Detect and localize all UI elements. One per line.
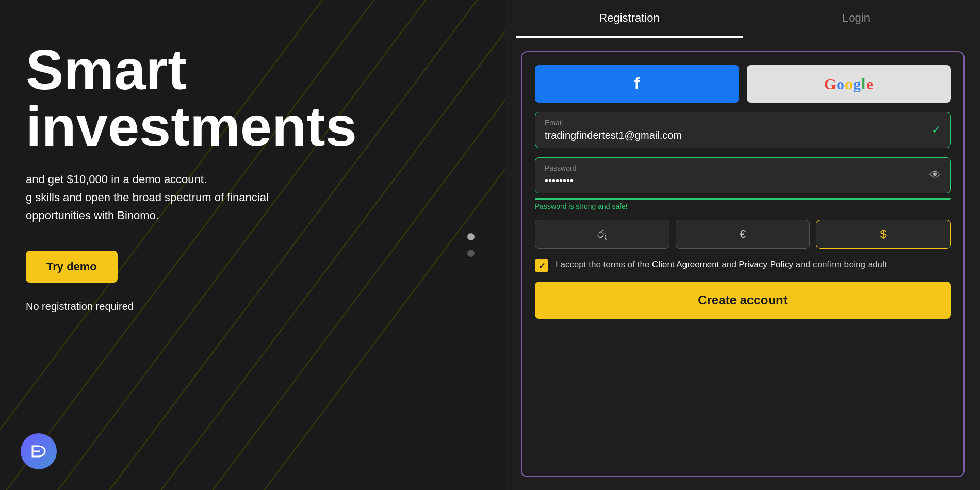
- password-strength: Password is strong and safe!: [535, 198, 951, 210]
- checkbox-check-icon: ✓: [538, 261, 545, 271]
- social-buttons-row: f Google: [535, 65, 951, 103]
- email-value: tradingfindertest1@gmail.com: [545, 129, 682, 141]
- hero-title-line1: Smart: [26, 41, 480, 98]
- google-button[interactable]: Google: [747, 65, 951, 103]
- create-account-button[interactable]: Create account: [535, 282, 951, 319]
- terms-checkbox[interactable]: ✓: [535, 259, 548, 272]
- google-icon: Google: [824, 75, 873, 93]
- logo-icon: [21, 433, 57, 469]
- currency-usd-button[interactable]: $: [816, 220, 951, 249]
- hero-title-line2: investments: [26, 98, 480, 155]
- try-demo-button[interactable]: Try demo: [26, 251, 118, 283]
- left-panel: Smart investments and get $10,000 in a d…: [0, 0, 505, 490]
- strength-text: Password is strong and safe!: [535, 202, 951, 210]
- registration-form-box: f Google Email tradingfindertest1@gmail.…: [521, 51, 965, 477]
- hero-subtitle: and get $10,000 in a demo account. g ski…: [26, 170, 325, 225]
- password-label: Password: [545, 164, 941, 172]
- client-agreement-link[interactable]: Client Agreement: [652, 259, 719, 269]
- privacy-policy-link[interactable]: Privacy Policy: [739, 259, 793, 269]
- password-toggle-icon[interactable]: 👁: [929, 169, 941, 182]
- tab-registration[interactable]: Registration: [516, 0, 743, 38]
- strength-bar: [535, 198, 951, 200]
- password-value: ••••••••: [545, 175, 574, 186]
- dot-2[interactable]: [467, 250, 475, 257]
- hero-content: Smart investments and get $10,000 in a d…: [0, 0, 505, 338]
- terms-text-1: I accept the terms of the: [556, 259, 652, 269]
- no-registration-text: No registration required: [26, 301, 480, 313]
- hero-subtitle-line1: and get $10,000 in a demo account.: [26, 170, 325, 188]
- tabs-row: Registration Login: [505, 0, 980, 38]
- dot-1[interactable]: [467, 233, 475, 240]
- facebook-button[interactable]: f: [535, 65, 739, 103]
- form-container: f Google Email tradingfindertest1@gmail.…: [505, 38, 980, 490]
- hero-subtitle-line2: g skills and open the broad spectrum of …: [26, 188, 325, 206]
- password-input-group[interactable]: Password •••••••• 👁: [535, 157, 951, 193]
- right-panel: Registration Login f Google Email tradin…: [505, 0, 980, 490]
- carousel-dots: [467, 233, 475, 257]
- email-label: Email: [545, 119, 941, 127]
- currency-lk-button[interactable]: රු: [535, 220, 669, 249]
- email-input-group[interactable]: Email tradingfindertest1@gmail.com ✓: [535, 112, 951, 148]
- tab-login[interactable]: Login: [743, 0, 970, 38]
- terms-row: ✓ I accept the terms of the Client Agree…: [535, 258, 951, 272]
- terms-text: I accept the terms of the Client Agreeme…: [556, 258, 887, 271]
- terms-text-3: and confirm being adult: [793, 259, 887, 269]
- terms-text-2: and: [720, 259, 739, 269]
- facebook-icon: f: [634, 74, 640, 93]
- hero-title: Smart investments: [26, 41, 480, 155]
- hero-subtitle-line3: opportunities with Binomo.: [26, 206, 325, 224]
- currency-eur-button[interactable]: €: [676, 220, 810, 249]
- email-valid-icon: ✓: [932, 123, 941, 137]
- currency-row: රු € $: [535, 220, 951, 249]
